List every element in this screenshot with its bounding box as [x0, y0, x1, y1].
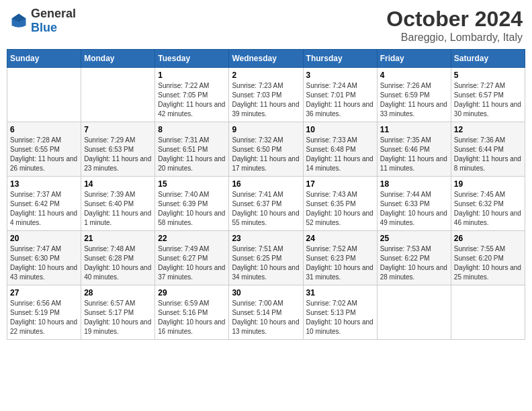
day-of-week-header: Saturday	[451, 50, 525, 68]
day-number: 4	[380, 71, 448, 80]
calendar-week-row: 27Sunrise: 6:56 AMSunset: 5:19 PMDayligh…	[7, 285, 525, 340]
day-of-week-header: Sunday	[7, 50, 81, 68]
day-number: 18	[380, 179, 448, 189]
calendar-cell	[81, 68, 155, 122]
calendar-cell: 13Sunrise: 7:37 AMSunset: 6:42 PMDayligh…	[7, 177, 81, 231]
calendar-cell: 29Sunrise: 6:59 AMSunset: 5:16 PMDayligh…	[155, 285, 229, 340]
day-number: 22	[158, 234, 226, 243]
day-info: Sunrise: 7:48 AMSunset: 6:28 PMDaylight:…	[84, 244, 152, 282]
calendar-header-row: SundayMondayTuesdayWednesdayThursdayFrid…	[7, 50, 525, 68]
day-info: Sunrise: 7:24 AMSunset: 7:01 PMDaylight:…	[306, 81, 374, 119]
day-number: 15	[158, 179, 226, 189]
calendar-cell: 30Sunrise: 7:00 AMSunset: 5:14 PMDayligh…	[229, 285, 303, 340]
calendar-cell: 26Sunrise: 7:55 AMSunset: 6:20 PMDayligh…	[451, 231, 525, 285]
calendar-cell: 7Sunrise: 7:29 AMSunset: 6:53 PMDaylight…	[81, 122, 155, 177]
calendar-cell: 11Sunrise: 7:35 AMSunset: 6:46 PMDayligh…	[377, 122, 451, 177]
day-info: Sunrise: 7:28 AMSunset: 6:55 PMDaylight:…	[10, 136, 78, 173]
day-of-week-header: Friday	[377, 50, 451, 68]
logo-general: General	[31, 7, 76, 20]
day-info: Sunrise: 7:37 AMSunset: 6:42 PMDaylight:…	[10, 190, 78, 228]
calendar-cell: 14Sunrise: 7:39 AMSunset: 6:40 PMDayligh…	[81, 177, 155, 231]
month-title: October 2024	[386, 7, 523, 32]
day-number: 29	[158, 288, 226, 298]
calendar-cell: 12Sunrise: 7:36 AMSunset: 6:44 PMDayligh…	[451, 122, 525, 177]
calendar-cell: 3Sunrise: 7:24 AMSunset: 7:01 PMDaylight…	[303, 68, 377, 122]
day-info: Sunrise: 7:00 AMSunset: 5:14 PMDaylight:…	[232, 299, 300, 336]
day-number: 2	[232, 71, 300, 80]
day-number: 30	[232, 288, 300, 298]
calendar-cell: 15Sunrise: 7:40 AMSunset: 6:39 PMDayligh…	[155, 177, 229, 231]
calendar-cell: 17Sunrise: 7:43 AMSunset: 6:35 PMDayligh…	[303, 177, 377, 231]
day-info: Sunrise: 7:43 AMSunset: 6:35 PMDaylight:…	[306, 190, 374, 228]
day-info: Sunrise: 7:41 AMSunset: 6:37 PMDaylight:…	[232, 190, 300, 228]
day-number: 23	[232, 234, 300, 243]
calendar-cell: 25Sunrise: 7:53 AMSunset: 6:22 PMDayligh…	[377, 231, 451, 285]
calendar-cell: 19Sunrise: 7:45 AMSunset: 6:32 PMDayligh…	[451, 177, 525, 231]
day-info: Sunrise: 7:45 AMSunset: 6:32 PMDaylight:…	[454, 190, 522, 228]
day-info: Sunrise: 6:57 AMSunset: 5:17 PMDaylight:…	[84, 299, 152, 336]
logo-blue: Blue	[31, 21, 57, 34]
calendar-cell	[451, 285, 525, 340]
calendar-cell: 8Sunrise: 7:31 AMSunset: 6:51 PMDaylight…	[155, 122, 229, 177]
calendar-cell: 24Sunrise: 7:52 AMSunset: 6:23 PMDayligh…	[303, 231, 377, 285]
day-info: Sunrise: 7:40 AMSunset: 6:39 PMDaylight:…	[158, 190, 226, 228]
day-number: 9	[232, 125, 300, 134]
day-number: 5	[454, 71, 522, 80]
location-title: Bareggio, Lombardy, Italy	[386, 32, 523, 44]
logo-icon	[9, 11, 28, 30]
calendar-cell: 23Sunrise: 7:51 AMSunset: 6:25 PMDayligh…	[229, 231, 303, 285]
calendar-cell: 9Sunrise: 7:32 AMSunset: 6:50 PMDaylight…	[229, 122, 303, 177]
day-info: Sunrise: 7:33 AMSunset: 6:48 PMDaylight:…	[306, 136, 374, 173]
day-of-week-header: Monday	[81, 50, 155, 68]
day-number: 10	[306, 125, 374, 134]
day-number: 6	[10, 125, 78, 134]
calendar-week-row: 20Sunrise: 7:47 AMSunset: 6:30 PMDayligh…	[7, 231, 525, 285]
day-info: Sunrise: 7:55 AMSunset: 6:20 PMDaylight:…	[454, 244, 522, 282]
day-number: 28	[84, 288, 152, 298]
day-number: 14	[84, 179, 152, 189]
day-number: 31	[306, 288, 374, 298]
day-of-week-header: Thursday	[303, 50, 377, 68]
day-info: Sunrise: 7:52 AMSunset: 6:23 PMDaylight:…	[306, 244, 374, 282]
calendar-week-row: 13Sunrise: 7:37 AMSunset: 6:42 PMDayligh…	[7, 177, 525, 231]
calendar-table: SundayMondayTuesdayWednesdayThursdayFrid…	[7, 49, 525, 340]
calendar-week-row: 1Sunrise: 7:22 AMSunset: 7:05 PMDaylight…	[7, 68, 525, 122]
day-info: Sunrise: 7:02 AMSunset: 5:13 PMDaylight:…	[306, 299, 374, 336]
calendar-cell: 28Sunrise: 6:57 AMSunset: 5:17 PMDayligh…	[81, 285, 155, 340]
day-info: Sunrise: 7:36 AMSunset: 6:44 PMDaylight:…	[454, 136, 522, 173]
day-number: 3	[306, 71, 374, 80]
day-info: Sunrise: 7:27 AMSunset: 6:57 PMDaylight:…	[454, 81, 522, 119]
day-info: Sunrise: 6:56 AMSunset: 5:19 PMDaylight:…	[10, 299, 78, 336]
day-number: 13	[10, 179, 78, 189]
calendar-cell: 4Sunrise: 7:26 AMSunset: 6:59 PMDaylight…	[377, 68, 451, 122]
day-number: 26	[454, 234, 522, 243]
day-info: Sunrise: 6:59 AMSunset: 5:16 PMDaylight:…	[158, 299, 226, 336]
day-number: 19	[454, 179, 522, 189]
day-number: 7	[84, 125, 152, 134]
day-number: 24	[306, 234, 374, 243]
day-info: Sunrise: 7:39 AMSunset: 6:40 PMDaylight:…	[84, 190, 152, 228]
day-info: Sunrise: 7:53 AMSunset: 6:22 PMDaylight:…	[380, 244, 448, 282]
calendar-cell: 21Sunrise: 7:48 AMSunset: 6:28 PMDayligh…	[81, 231, 155, 285]
day-of-week-header: Tuesday	[155, 50, 229, 68]
logo: General Blue	[9, 7, 76, 35]
calendar-cell	[377, 285, 451, 340]
day-number: 12	[454, 125, 522, 134]
calendar-cell: 18Sunrise: 7:44 AMSunset: 6:33 PMDayligh…	[377, 177, 451, 231]
day-number: 1	[158, 71, 226, 80]
day-info: Sunrise: 7:23 AMSunset: 7:03 PMDaylight:…	[232, 81, 300, 119]
day-number: 11	[380, 125, 448, 134]
calendar-cell	[7, 68, 81, 122]
day-number: 21	[84, 234, 152, 243]
day-info: Sunrise: 7:35 AMSunset: 6:46 PMDaylight:…	[380, 136, 448, 173]
calendar-cell: 22Sunrise: 7:49 AMSunset: 6:27 PMDayligh…	[155, 231, 229, 285]
calendar-cell: 5Sunrise: 7:27 AMSunset: 6:57 PMDaylight…	[451, 68, 525, 122]
calendar-cell: 16Sunrise: 7:41 AMSunset: 6:37 PMDayligh…	[229, 177, 303, 231]
day-info: Sunrise: 7:47 AMSunset: 6:30 PMDaylight:…	[10, 244, 78, 282]
day-number: 17	[306, 179, 374, 189]
day-number: 25	[380, 234, 448, 243]
calendar-cell: 31Sunrise: 7:02 AMSunset: 5:13 PMDayligh…	[303, 285, 377, 340]
day-number: 8	[158, 125, 226, 134]
calendar-cell: 10Sunrise: 7:33 AMSunset: 6:48 PMDayligh…	[303, 122, 377, 177]
calendar-cell: 27Sunrise: 6:56 AMSunset: 5:19 PMDayligh…	[7, 285, 81, 340]
